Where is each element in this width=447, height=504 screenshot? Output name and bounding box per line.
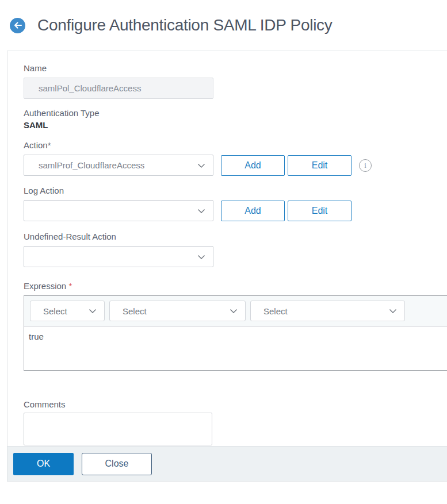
expression-operator-select-1[interactable]: Select [30, 301, 105, 321]
arrow-left-icon [13, 21, 22, 29]
chevron-down-icon [197, 252, 206, 261]
expression-label-text: Expression [24, 281, 66, 291]
chevron-down-icon [229, 306, 238, 316]
info-icon[interactable]: i [359, 159, 372, 172]
expression-operator-select-3-placeholder: Select [263, 306, 388, 316]
undefined-result-action-row [24, 246, 447, 267]
form-panel: Name Authentication Type SAML Action* sa… [7, 51, 447, 482]
log-action-edit-button[interactable]: Edit [288, 201, 352, 221]
name-input[interactable] [24, 78, 213, 99]
log-action-row: Add Edit [24, 200, 447, 221]
log-action-add-button[interactable]: Add [221, 201, 285, 221]
chevron-down-icon [197, 161, 206, 170]
chevron-down-icon [388, 306, 398, 316]
comments-label: Comments [24, 399, 447, 409]
footer-bar: OK Close [7, 446, 447, 481]
expression-toolbar: Select Select Select [24, 296, 447, 326]
auth-type-value: SAML [24, 120, 447, 130]
action-select[interactable]: samlProf_CloudflareAccess [24, 155, 213, 176]
expression-operator-select-2[interactable]: Select [109, 301, 246, 321]
expression-textarea[interactable]: true [24, 326, 447, 370]
auth-type-label: Authentication Type [24, 108, 447, 118]
page-header: Configure Authentication SAML IDP Policy [0, 0, 447, 51]
action-label: Action* [24, 140, 447, 150]
chevron-down-icon [197, 206, 206, 216]
back-button[interactable] [10, 18, 25, 33]
comments-textarea[interactable] [24, 413, 212, 445]
undefined-result-action-select[interactable] [24, 246, 213, 267]
expression-label: Expression * [24, 281, 447, 291]
expression-builder: Select Select Select [24, 295, 447, 371]
expression-operator-select-1-placeholder: Select [43, 306, 88, 316]
required-asterisk: * [68, 281, 72, 291]
name-label: Name [24, 63, 447, 73]
chevron-down-icon [88, 306, 97, 316]
expression-operator-select-2-placeholder: Select [123, 306, 229, 316]
action-edit-button[interactable]: Edit [288, 155, 352, 176]
undefined-result-action-label: Undefined-Result Action [24, 232, 447, 241]
action-add-button[interactable]: Add [221, 155, 285, 176]
expression-operator-select-3[interactable]: Select [250, 301, 405, 321]
log-action-select[interactable] [24, 200, 213, 221]
ok-button[interactable]: OK [13, 453, 74, 475]
page-title: Configure Authentication SAML IDP Policy [37, 16, 333, 34]
action-select-value: samlProf_CloudflareAccess [39, 160, 197, 170]
close-button[interactable]: Close [82, 453, 152, 475]
action-row: samlProf_CloudflareAccess Add Edit i [24, 155, 447, 176]
log-action-label: Log Action [24, 186, 447, 195]
